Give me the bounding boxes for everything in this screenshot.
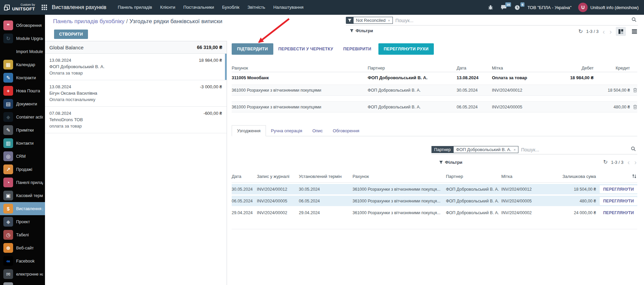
moves-pager-range: 1-3 / 3 bbox=[611, 160, 624, 165]
move-partner: ФОП Добровольський В. А. bbox=[446, 199, 501, 203]
view-move-button[interactable]: ПЕРЕГЛЯНУТИ bbox=[600, 209, 637, 217]
column-settings-icon[interactable] bbox=[632, 174, 637, 180]
sidebar-item[interactable]: ❝ Обговорення bbox=[0, 19, 45, 32]
tab-description[interactable]: Опис bbox=[307, 126, 328, 136]
move-date: 29.04.2024 bbox=[232, 210, 257, 215]
moves-filters-toggle[interactable]: Фільтри bbox=[439, 160, 462, 165]
remove-partner-facet-icon[interactable]: × bbox=[514, 148, 516, 152]
tab-manual-operation[interactable]: Ручна операція bbox=[266, 126, 307, 136]
sidebar-app-icon bbox=[3, 47, 13, 56]
topbar-menu-item[interactable]: Налаштування bbox=[269, 0, 308, 15]
apps-grid-icon[interactable] bbox=[42, 5, 47, 10]
statement-line-memo: Оплата за товар bbox=[49, 70, 222, 76]
sidebar-item[interactable]: ◷ Табелі bbox=[0, 228, 45, 241]
sidebar-app-icon: ◆ bbox=[3, 112, 13, 122]
sidebar-item[interactable]: ▣ Касовий термін... bbox=[0, 189, 45, 202]
sidebar-item[interactable]: ▤ Документи bbox=[0, 97, 45, 110]
topbar-menu-item[interactable]: Постачальники bbox=[179, 0, 218, 15]
topbar-menu-item[interactable]: Звітність bbox=[243, 0, 269, 15]
partner-facet[interactable]: ФОП Добровольський В. А. × bbox=[453, 146, 518, 153]
sidebar-item[interactable]: ⊕ Веб-сайт bbox=[0, 241, 45, 254]
refresh-icon[interactable]: ↻ bbox=[578, 29, 583, 34]
moves-pager-prev-icon[interactable]: ‹ bbox=[627, 159, 631, 165]
list-view-icon[interactable] bbox=[629, 27, 639, 36]
messages-icon[interactable]: 16 bbox=[501, 4, 507, 11]
sidebar-item[interactable]: ✈ Email-маркетинг bbox=[0, 281, 45, 285]
move-line-row[interactable]: 06.05.2024 INV/2024/00005 06.05.2024 361… bbox=[232, 196, 637, 206]
sidebar-item[interactable]: + Нова Пошта bbox=[0, 84, 45, 97]
statement-date: 13.08.2024 bbox=[457, 75, 492, 80]
pager-next-icon[interactable]: › bbox=[609, 28, 612, 35]
topbar-menu-item[interactable]: Клієнти bbox=[156, 0, 179, 15]
sidebar-item[interactable]: ▦ Календар bbox=[0, 58, 45, 71]
sidebar-item[interactable]: ◔ Панелі приладів bbox=[0, 176, 45, 189]
sidebar-item-label: Обговорення bbox=[16, 23, 42, 28]
search-input[interactable] bbox=[396, 18, 632, 23]
kanban-view-icon[interactable] bbox=[616, 27, 626, 36]
move-line-row[interactable]: 30.05.2024 INV/2024/00012 30.05.2024 361… bbox=[232, 184, 637, 194]
sidebar-item[interactable]: ✎ Примітки bbox=[0, 124, 45, 137]
sidebar-item[interactable]: ▥ Контакти bbox=[0, 137, 45, 150]
sidebar-item[interactable]: $ Виставлення ра... bbox=[0, 202, 45, 215]
search-magnifier-icon[interactable] bbox=[632, 17, 637, 23]
statement-line[interactable]: -600,00 ₴ 07.08.2024 TehnoDrons ТОВ опла… bbox=[45, 107, 227, 133]
topbar-menu-item[interactable]: Бухоблік bbox=[218, 0, 243, 15]
remove-facet-icon[interactable]: × bbox=[388, 18, 390, 22]
statement-line[interactable]: 18 984,00 ₴ 13.08.2024 ФОП Добровольськи… bbox=[45, 54, 227, 80]
user-menu[interactable]: U Unitsoft info (demoshow) bbox=[578, 3, 639, 12]
move-line-row[interactable]: 29.04.2024 INV/2024/00002 29.04.2024 361… bbox=[232, 207, 637, 218]
view-move-button[interactable]: ПЕРЕГЛЯНУТИ bbox=[600, 197, 637, 205]
sidebar-item[interactable]: ✉ електронне на... bbox=[0, 268, 45, 281]
check-button[interactable]: ПЕРЕВІРИТИ bbox=[338, 43, 376, 55]
topbar-menu-item[interactable]: Панель приладів bbox=[114, 0, 156, 15]
sidebar-app-icon: ✉ bbox=[3, 269, 13, 279]
proposition-row[interactable]: 361000 Розрахунки з вітчизняними покупця… bbox=[232, 85, 637, 96]
statement-search-bar: Not Reconciled × bbox=[346, 15, 638, 26]
sidebar-item-label: Import Module bbox=[16, 49, 43, 54]
sidebar-item[interactable]: ◆ Проект bbox=[0, 215, 45, 228]
unitsoft-logo[interactable]: Custom by UNITSOFT bbox=[0, 3, 38, 11]
moves-search-input[interactable] bbox=[521, 147, 631, 152]
remove-line-trash-icon[interactable] bbox=[630, 104, 637, 109]
to-draft-button[interactable]: ПЕРЕВЕСТИ У ЧЕРНЕТКУ bbox=[273, 43, 338, 55]
moves-search-magnifier-icon[interactable] bbox=[631, 146, 636, 153]
company-switcher[interactable]: ТОВ "БПЛА - Україна" bbox=[527, 5, 571, 10]
proposition-row[interactable]: 361000 Розрахунки з вітчизняними покупця… bbox=[232, 101, 637, 112]
statement-line-memo: оплата за товар bbox=[49, 123, 222, 129]
activities-clock-icon[interactable]: 6 bbox=[514, 4, 521, 11]
moves-pager-next-icon[interactable]: › bbox=[634, 159, 637, 165]
tab-reconciliation[interactable]: Узгодження bbox=[232, 125, 266, 136]
sidebar-item-label: CRM bbox=[16, 154, 26, 159]
move-partner: ФОП Добровольський В. А. bbox=[446, 187, 501, 192]
statement-line-partner: Бігун Оксана Василівна bbox=[49, 90, 222, 96]
filters-toggle[interactable]: Фільтри bbox=[350, 28, 373, 33]
filter-facet[interactable]: Not Reconciled × bbox=[353, 17, 393, 24]
validate-button[interactable]: ПІДТВЕРДИТИ bbox=[232, 43, 273, 55]
moves-refresh-icon[interactable]: ↻ bbox=[603, 159, 607, 165]
sidebar-item-label: Нова Пошта bbox=[16, 89, 40, 93]
moves-filters-funnel-icon bbox=[439, 160, 443, 164]
statement-line[interactable]: -3 000,00 ₴ 13.08.2024 Бігун Оксана Васи… bbox=[45, 80, 227, 107]
view-moves-button[interactable]: ПЕРЕГЛЯНУТИ РУХИ bbox=[378, 43, 434, 55]
sidebar-item[interactable]: ◆ Container actions bbox=[0, 110, 45, 124]
sidebar-item[interactable]: ∞ Facebook bbox=[0, 254, 45, 268]
tab-discussion[interactable]: Обговорення bbox=[328, 126, 364, 136]
create-button[interactable]: СТВОРИТИ bbox=[54, 30, 88, 39]
sidebar-item[interactable]: ↗ Продажі bbox=[0, 163, 45, 176]
view-move-button[interactable]: ПЕРЕГЛЯНУТИ bbox=[600, 185, 637, 193]
sidebar-app-icon: $ bbox=[3, 204, 13, 213]
sidebar-item-label: Табелі bbox=[16, 233, 29, 237]
statement-line-memo: Оплата постачальнику bbox=[49, 96, 222, 103]
debug-bug-icon[interactable] bbox=[487, 4, 494, 11]
filter-funnel-icon bbox=[346, 17, 353, 24]
sidebar-item[interactable]: ✎ Контракти bbox=[0, 71, 45, 84]
sidebar-item[interactable]: ↻ Module Upgrade bbox=[0, 32, 45, 45]
current-app-title[interactable]: Виставлення рахунків bbox=[52, 4, 106, 10]
pager-prev-icon[interactable]: ‹ bbox=[602, 28, 606, 35]
remove-line-trash-icon[interactable] bbox=[630, 88, 637, 93]
sidebar-app-icon: ▥ bbox=[3, 138, 13, 148]
sidebar-item[interactable]: ◎ CRM bbox=[0, 150, 45, 163]
sidebar-item[interactable]: Import Module bbox=[0, 45, 45, 58]
move-date: 06.05.2024 bbox=[232, 199, 257, 203]
breadcrumb-parent-link[interactable]: Панель приладів бухобліку bbox=[53, 18, 125, 25]
